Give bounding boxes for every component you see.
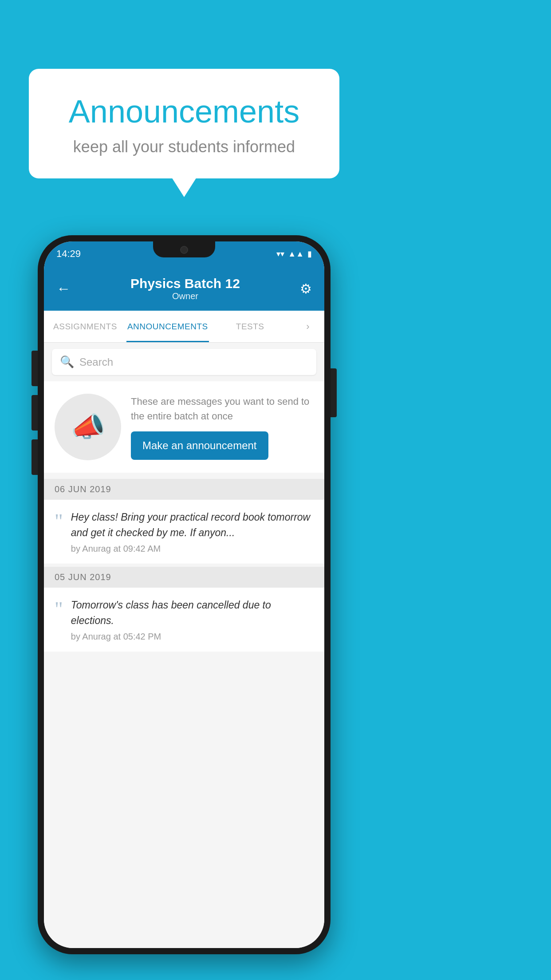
- signal-icon: ▲▲: [288, 249, 304, 259]
- date-separator-1: 06 JUN 2019: [44, 479, 324, 500]
- phone-mockup: 14:29 ▾▾ ▲▲ ▮ ← Physics Batch 12 Owner ⚙: [38, 235, 331, 954]
- announcement-text-1: Hey class! Bring your practical record b…: [71, 510, 314, 540]
- search-placeholder: Search: [79, 356, 113, 368]
- announcement-content-1: Hey class! Bring your practical record b…: [71, 510, 314, 554]
- app-bar-center: Physics Batch 12 Owner: [130, 276, 240, 301]
- quote-icon-1: ": [55, 511, 63, 532]
- settings-icon[interactable]: ⚙: [300, 281, 312, 296]
- phone-screen: 14:29 ▾▾ ▲▲ ▮ ← Physics Batch 12 Owner ⚙: [44, 241, 324, 948]
- search-box[interactable]: 🔍 Search: [52, 349, 316, 375]
- status-icons: ▾▾ ▲▲ ▮: [276, 249, 312, 259]
- tab-announcements[interactable]: ANNOUNCEMENTS: [126, 311, 209, 342]
- phone-notch: [153, 241, 215, 257]
- announcement-item-1[interactable]: " Hey class! Bring your practical record…: [44, 500, 324, 564]
- notch-camera: [180, 246, 188, 254]
- megaphone-circle: 📣: [55, 394, 121, 460]
- announcement-meta-1: by Anurag at 09:42 AM: [71, 544, 314, 554]
- prompt-description: These are messages you want to send to t…: [131, 394, 314, 423]
- speech-bubble-title: Announcements: [49, 93, 319, 130]
- announcement-meta-2: by Anurag at 05:42 PM: [71, 632, 314, 642]
- battery-icon: ▮: [307, 249, 312, 259]
- app-bar-subtitle: Owner: [130, 291, 240, 301]
- wifi-icon: ▾▾: [276, 249, 284, 259]
- status-time: 14:29: [56, 248, 81, 260]
- date-separator-2: 05 JUN 2019: [44, 567, 324, 588]
- search-icon: 🔍: [60, 355, 74, 369]
- screen-content: 🔍 Search 📣 These are messages you want t…: [44, 343, 324, 948]
- speech-bubble-subtitle: keep all your students informed: [49, 138, 319, 156]
- tab-tests[interactable]: TESTS: [209, 311, 291, 342]
- phone-outer: 14:29 ▾▾ ▲▲ ▮ ← Physics Batch 12 Owner ⚙: [38, 235, 331, 954]
- announcement-text-2: Tomorrow's class has been cancelled due …: [71, 597, 314, 628]
- app-bar: ← Physics Batch 12 Owner ⚙: [44, 266, 324, 311]
- prompt-right: These are messages you want to send to t…: [131, 394, 314, 460]
- megaphone-icon: 📣: [71, 411, 105, 443]
- tab-bar: ASSIGNMENTS ANNOUNCEMENTS TESTS ›: [44, 311, 324, 343]
- app-bar-title: Physics Batch 12: [130, 276, 240, 291]
- announcement-content-2: Tomorrow's class has been cancelled due …: [71, 597, 314, 642]
- quote-icon-2: ": [55, 599, 63, 620]
- tab-assignments[interactable]: ASSIGNMENTS: [44, 311, 126, 342]
- announcement-item-2[interactable]: " Tomorrow's class has been cancelled du…: [44, 588, 324, 652]
- tab-more[interactable]: ›: [291, 311, 324, 342]
- make-announcement-button[interactable]: Make an announcement: [131, 431, 268, 460]
- announcement-prompt: 📣 These are messages you want to send to…: [44, 381, 324, 473]
- back-button[interactable]: ←: [56, 281, 71, 297]
- speech-bubble-card: Announcements keep all your students inf…: [29, 69, 339, 178]
